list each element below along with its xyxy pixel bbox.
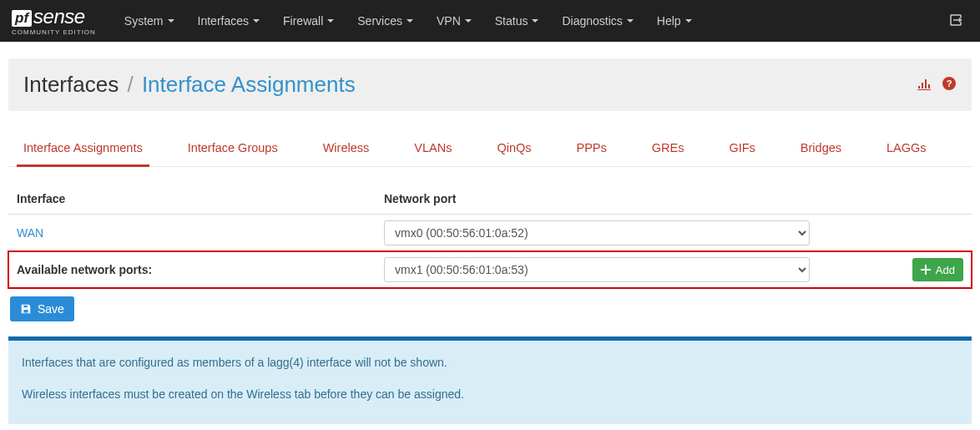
tab-laggs[interactable]: LAGGs bbox=[880, 133, 933, 166]
breadcrumb: Interfaces / Interface Assignments bbox=[23, 72, 917, 98]
crumb-sep: / bbox=[127, 72, 133, 97]
col-interface: Interface bbox=[8, 185, 376, 215]
tab-gres[interactable]: GREs bbox=[645, 133, 691, 166]
save-button[interactable]: Save bbox=[10, 296, 74, 321]
plus-icon bbox=[921, 265, 931, 275]
page-header: Interfaces / Interface Assignments ? bbox=[8, 58, 972, 111]
nav-items: System Interfaces Firewall Services VPN … bbox=[113, 2, 704, 40]
nav-diagnostics[interactable]: Diagnostics bbox=[550, 2, 644, 40]
add-button[interactable]: Add bbox=[912, 258, 963, 281]
tab-interface-assignments[interactable]: Interface Assignments bbox=[17, 133, 149, 167]
wan-port-select[interactable]: vmx0 (00:50:56:01:0a:52) bbox=[384, 220, 810, 245]
tab-vlans[interactable]: VLANs bbox=[407, 133, 458, 166]
info-line-2: Wireless interfaces must be created on t… bbox=[22, 387, 958, 401]
save-icon bbox=[20, 303, 32, 315]
row-wan: WAN vmx0 (00:50:56:01:0a:52) bbox=[8, 215, 972, 252]
nav-status[interactable]: Status bbox=[483, 2, 551, 40]
brand-logo[interactable]: pf sense COMMUNITY EDITION bbox=[12, 7, 96, 36]
crumb-main[interactable]: Interfaces bbox=[23, 72, 119, 97]
interface-wan-link[interactable]: WAN bbox=[17, 226, 43, 240]
bar-chart-icon[interactable] bbox=[917, 77, 932, 93]
svg-text:?: ? bbox=[947, 78, 952, 89]
interface-table: Interface Network port WAN vmx0 (00:50:5… bbox=[8, 185, 972, 288]
nav-system[interactable]: System bbox=[113, 2, 186, 40]
caret-icon bbox=[327, 19, 334, 23]
nav-firewall[interactable]: Firewall bbox=[271, 2, 346, 40]
sub-tabs: Interface Assignments Interface Groups W… bbox=[8, 118, 972, 167]
svg-rect-3 bbox=[921, 269, 931, 271]
nav-help[interactable]: Help bbox=[645, 2, 704, 40]
brand-pf: pf bbox=[12, 10, 32, 27]
info-line-1: Interfaces that are configured as member… bbox=[22, 356, 958, 369]
caret-icon bbox=[253, 19, 260, 23]
row-available-ports: Available network ports: vmx1 (00:50:56:… bbox=[8, 251, 972, 288]
caret-icon bbox=[168, 19, 174, 23]
nav-interfaces[interactable]: Interfaces bbox=[186, 2, 271, 40]
help-icon[interactable]: ? bbox=[942, 77, 957, 93]
brand-sense: sense bbox=[33, 7, 85, 27]
tab-ppps[interactable]: PPPs bbox=[570, 133, 614, 166]
tab-qinqs[interactable]: QinQs bbox=[490, 133, 538, 166]
tab-bridges[interactable]: Bridges bbox=[794, 133, 848, 166]
caret-icon bbox=[532, 19, 538, 23]
nav-services[interactable]: Services bbox=[346, 2, 425, 40]
logout-icon[interactable] bbox=[943, 0, 968, 43]
caret-icon bbox=[465, 19, 472, 23]
tab-gifs[interactable]: GIFs bbox=[722, 133, 761, 166]
tab-wireless[interactable]: Wireless bbox=[316, 133, 376, 166]
top-navbar: pf sense COMMUNITY EDITION System Interf… bbox=[0, 0, 980, 42]
info-alert: Interfaces that are configured as member… bbox=[8, 336, 972, 424]
caret-icon bbox=[627, 19, 634, 23]
available-ports-label: Available network ports: bbox=[8, 251, 376, 288]
brand-edition: COMMUNITY EDITION bbox=[12, 28, 96, 36]
crumb-sub[interactable]: Interface Assignments bbox=[142, 72, 356, 97]
available-port-select[interactable]: vmx1 (00:50:56:01:0a:53) bbox=[384, 257, 810, 282]
tab-interface-groups[interactable]: Interface Groups bbox=[181, 133, 285, 166]
caret-icon bbox=[685, 19, 692, 23]
caret-icon bbox=[407, 19, 413, 23]
nav-vpn[interactable]: VPN bbox=[425, 2, 483, 40]
col-port: Network port bbox=[376, 185, 904, 215]
